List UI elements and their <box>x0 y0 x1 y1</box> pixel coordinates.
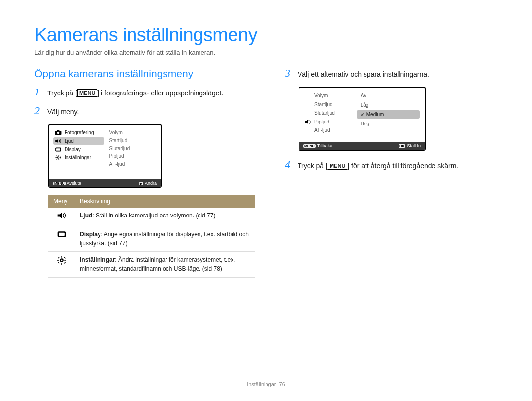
gear-icon <box>57 256 66 265</box>
step-number: 3 <box>285 68 293 79</box>
svg-rect-25 <box>64 257 66 259</box>
menu-key-label: MENU <box>77 89 97 97</box>
check-icon: ✔ <box>361 112 365 117</box>
sound-icon <box>55 138 62 144</box>
submenu-item: Slutarljud <box>304 109 353 118</box>
table-row: Display: Ange egna inställningar för dis… <box>48 226 255 252</box>
step-4: 4 Tryck på [MENU] för att återgå till fö… <box>285 159 498 171</box>
table-header-beskrivning: Beskrivning <box>75 195 255 208</box>
step-number: 1 <box>34 87 42 97</box>
step3-text: Välj ett alternativ och spara inställnin… <box>298 68 429 80</box>
step-3: 3 Välj ett alternativ och spara inställn… <box>285 68 498 80</box>
step1-text-a: Tryck på [ <box>47 89 77 97</box>
submenu-item: Volym <box>109 129 159 137</box>
svg-rect-24 <box>58 257 60 259</box>
menu-description-table: Meny Beskrivning Ljud: Ställ in olika ka… <box>48 195 255 278</box>
table-header-meny: Meny <box>48 195 75 208</box>
svg-point-28 <box>61 260 63 261</box>
svg-rect-12 <box>60 155 61 156</box>
table-row: Ljud: Ställ in olika kameraljud och voly… <box>48 208 255 226</box>
step-number: 2 <box>34 105 42 116</box>
submenu-item: Pipljud <box>109 153 159 160</box>
step-2: 2 Välj meny. <box>34 105 255 117</box>
page-footer: Inställningar 76 <box>0 381 532 387</box>
svg-marker-16 <box>58 213 62 218</box>
submenu-item: Slutarljud <box>109 145 159 153</box>
menu-key-icon: MENU <box>53 182 66 185</box>
svg-rect-8 <box>58 159 59 160</box>
option-medium: ✔Medium <box>357 110 420 119</box>
svg-rect-27 <box>64 262 66 264</box>
screen-footer: MENUAvsluta ▶Ändra <box>49 179 161 187</box>
svg-rect-23 <box>64 260 66 261</box>
menu-item-fotografering: Fotografering <box>53 129 104 136</box>
display-icon <box>55 147 62 152</box>
svg-rect-18 <box>59 233 65 236</box>
svg-rect-1 <box>57 130 60 131</box>
menu-item-installningar: Inställningar <box>53 154 104 161</box>
svg-point-2 <box>57 132 60 134</box>
svg-rect-11 <box>56 155 57 156</box>
table-row: Inställningar: Ändra inställningar för k… <box>48 252 255 278</box>
svg-rect-26 <box>58 262 60 264</box>
svg-rect-5 <box>56 148 60 151</box>
right-column: 3 Välj ett alternativ och spara inställn… <box>285 68 498 278</box>
svg-marker-3 <box>55 139 58 143</box>
gear-icon <box>55 155 62 160</box>
svg-marker-29 <box>305 120 308 123</box>
svg-rect-22 <box>57 260 59 261</box>
sound-icon <box>304 119 311 124</box>
step-1: 1 Tryck på [MENU] i fotograferings- elle… <box>34 87 255 98</box>
submenu-item: Startljud <box>304 100 353 109</box>
play-key-icon: ▶ <box>139 182 143 185</box>
svg-rect-21 <box>61 263 62 265</box>
step4-text-b: ] för att återgå till föregående skärm. <box>347 162 458 170</box>
camera-icon <box>55 130 62 135</box>
submenu-item: Startljud <box>109 137 159 145</box>
menu-key-icon: MENU <box>303 144 316 148</box>
svg-rect-13 <box>56 158 57 159</box>
svg-rect-9 <box>56 157 57 158</box>
display-icon <box>57 230 66 238</box>
svg-point-15 <box>58 157 59 158</box>
section-title: Öppna kamerans inställningsmeny <box>34 68 255 80</box>
step1-text-b: ] i fotograferings- eller uppspelningslä… <box>97 89 223 97</box>
option-av: Av <box>357 92 420 100</box>
submenu-item: AF-ljud <box>109 160 159 168</box>
svg-rect-7 <box>58 155 59 156</box>
option-hog: Hög <box>357 120 420 128</box>
left-column: Öppna kamerans inställningsmeny 1 Tryck … <box>34 68 255 278</box>
page-subtitle: Lär dig hur du använder olika alternativ… <box>34 49 498 56</box>
step-number: 4 <box>285 159 293 170</box>
camera-screen-menu: Fotografering Ljud Display Inställningar <box>48 124 162 188</box>
camera-screen-volume: Volym Startljud Slutarljud Pipljud AF-lj… <box>299 87 426 151</box>
page-title: Kamerans inställningsmeny <box>34 25 498 46</box>
ok-key-icon: OK <box>399 144 406 148</box>
svg-rect-20 <box>61 256 62 258</box>
svg-rect-14 <box>60 158 61 159</box>
screen-footer: MENUTillbaka OKStäll In <box>299 142 425 150</box>
sound-icon <box>57 212 66 219</box>
svg-rect-10 <box>60 157 61 158</box>
step2-text: Välj meny. <box>47 105 79 117</box>
menu-item-display: Display <box>53 146 104 153</box>
step4-text-a: Tryck på [ <box>298 162 328 170</box>
option-lag: Låg <box>357 101 420 109</box>
submenu-item: Pipljud <box>304 118 353 126</box>
submenu-item: AF-ljud <box>304 126 353 135</box>
submenu-item: Volym <box>304 92 353 100</box>
menu-key-label: MENU <box>328 162 347 170</box>
menu-item-ljud: Ljud <box>53 137 104 145</box>
